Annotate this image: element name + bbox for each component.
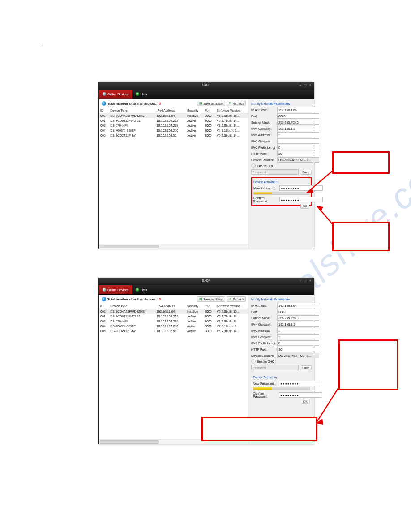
- svg-marker-3: [317, 206, 323, 212]
- dhcp-checkbox[interactable]: Enable DHC: [251, 163, 312, 168]
- col-security[interactable]: Security: [186, 304, 203, 309]
- scroll-thumb[interactable]: [100, 440, 159, 444]
- window-title: SADP: [202, 83, 210, 86]
- http-port-field[interactable]: [277, 151, 319, 156]
- close-icon[interactable]: ×: [308, 83, 312, 87]
- table-row[interactable]: 003DS-2CD4A35FWD-IZHS192.168.1.64Inactiv…: [99, 309, 248, 314]
- radio-icon: [251, 359, 256, 364]
- password-strength-bar: [253, 192, 309, 195]
- table-row[interactable]: 005DS-2CD2412F-IW10.102.102.53Active8000…: [99, 329, 248, 334]
- count-label: Total number of online devices:: [107, 297, 157, 301]
- activation-title: Device Activation: [253, 180, 309, 184]
- col-ip[interactable]: IPv4 Address: [155, 108, 186, 113]
- tab-help[interactable]: ?Help: [132, 90, 150, 99]
- arrow-lines: [0, 0, 411, 532]
- network-params-pane: Modify Network Parameters IP Address: Po…: [249, 99, 314, 249]
- table-row[interactable]: 001DS-2CD6412FWD-1110.102.102.252Active8…: [99, 118, 248, 123]
- table-row[interactable]: 002DS-6704HFI10.102.102.209Active8000V1.…: [99, 319, 248, 324]
- mask-field[interactable]: [277, 120, 319, 125]
- panel-title: Modify Network Parameters: [251, 298, 312, 301]
- count-bar: i Total number of online devices: 5 ▤Sav…: [99, 99, 248, 108]
- count-bar: i Total number of online devices: 5 ▤Sav…: [99, 295, 248, 304]
- port-field[interactable]: [277, 113, 319, 119]
- refresh-button[interactable]: ⟳Refresh: [227, 296, 246, 302]
- col-ip[interactable]: IPv4 Address: [155, 304, 186, 309]
- help-icon: ?: [136, 288, 139, 292]
- maximize-icon[interactable]: ◻: [304, 279, 307, 283]
- ok-button[interactable]: OK: [300, 204, 309, 209]
- ip-field[interactable]: [277, 303, 319, 308]
- tab-help[interactable]: ?Help: [132, 285, 150, 294]
- window-title: SADP: [202, 279, 210, 282]
- device-list-pane: i Total number of online devices: 5 ▤Sav…: [99, 99, 249, 249]
- tab-online-devices[interactable]: Online Devices: [99, 285, 132, 294]
- prefix-field[interactable]: [277, 340, 319, 346]
- scroll-thumb[interactable]: [100, 245, 159, 248]
- refresh-button[interactable]: ⟳Refresh: [227, 101, 246, 106]
- new-password-field[interactable]: [279, 381, 322, 386]
- maximize-icon[interactable]: ◻: [304, 83, 307, 87]
- gateway-field[interactable]: [277, 322, 319, 327]
- save-button[interactable]: Save: [300, 170, 312, 175]
- close-icon[interactable]: ×: [308, 279, 312, 283]
- dhcp-checkbox[interactable]: Enable DHC: [251, 359, 312, 364]
- panel-title: Modify Network Parameters: [251, 102, 312, 105]
- col-id[interactable]: ID: [99, 108, 109, 113]
- ip-field[interactable]: [277, 107, 319, 112]
- confirm-password-field[interactable]: [279, 197, 323, 202]
- ipv6-gateway-field[interactable]: [277, 138, 319, 144]
- activation-title: Device Activation: [253, 376, 310, 379]
- horizontal-scrollbar[interactable]: [99, 244, 248, 249]
- confirm-password-field[interactable]: [279, 392, 322, 398]
- tab-online-devices[interactable]: Online Devices: [99, 90, 132, 99]
- table-row[interactable]: 003DS-2CD4A35FWD-IZHS192.168.1.64Inactiv…: [99, 113, 248, 119]
- serial-field: [277, 353, 319, 358]
- globe-icon: [103, 288, 106, 292]
- tab-bar: Online Devices ?Help: [99, 90, 314, 99]
- mask-field[interactable]: [277, 315, 319, 321]
- svg-line-2: [317, 206, 332, 224]
- minimize-icon[interactable]: –: [299, 279, 302, 283]
- refresh-icon: ⟳: [229, 297, 231, 301]
- col-port[interactable]: Port: [203, 108, 215, 113]
- ipv6-gateway-field[interactable]: [277, 334, 319, 339]
- col-type[interactable]: Device Type: [109, 304, 155, 309]
- title-bar: SADP – ◻ ×: [99, 278, 314, 285]
- save-excel-button[interactable]: ▤Save as Excel: [197, 101, 225, 106]
- minimize-icon[interactable]: –: [299, 83, 302, 87]
- port-field[interactable]: [277, 309, 319, 314]
- ipv6-field[interactable]: [277, 328, 319, 333]
- table-row[interactable]: 004DS-7608NI-SE/8P10.102.102.210Active80…: [99, 128, 248, 133]
- ok-button[interactable]: OK: [301, 399, 310, 404]
- radio-icon: [251, 163, 256, 168]
- col-software[interactable]: Software Version: [215, 304, 248, 309]
- http-port-field[interactable]: [277, 347, 319, 352]
- password-field[interactable]: [251, 169, 299, 175]
- refresh-icon: ⟳: [229, 102, 231, 105]
- gateway-field[interactable]: [277, 126, 319, 131]
- col-security[interactable]: Security: [186, 108, 203, 113]
- prefix-field[interactable]: [277, 145, 319, 150]
- info-icon: i: [102, 297, 106, 301]
- device-count: 5: [159, 297, 161, 301]
- info-icon: i: [102, 101, 106, 106]
- table-row[interactable]: 005DS-2CD2412F-IW10.102.102.53Active8000…: [99, 133, 248, 138]
- serial-field: [277, 157, 319, 163]
- col-type[interactable]: Device Type: [109, 108, 155, 113]
- callout-box: [332, 222, 390, 251]
- ipv6-field[interactable]: [277, 132, 319, 137]
- save-excel-button[interactable]: ▤Save as Excel: [197, 296, 225, 302]
- device-table: ID Device Type IPv4 Address Security Por…: [99, 108, 248, 138]
- count-label: Total number of online devices:: [107, 102, 157, 106]
- table-row[interactable]: 002DS-6704HFI10.102.102.209Active8000V1.…: [99, 123, 248, 128]
- table-row[interactable]: 001DS-2CD6412FWD-1110.102.102.252Active8…: [99, 314, 248, 319]
- device-activation-section: Device Activation New Password: Confirm …: [251, 373, 312, 401]
- tab-bar: Online Devices ?Help: [99, 285, 314, 295]
- col-id[interactable]: ID: [99, 304, 109, 309]
- col-port[interactable]: Port: [203, 304, 215, 309]
- col-software[interactable]: Software Version: [215, 108, 248, 113]
- password-field[interactable]: [251, 365, 299, 370]
- table-row[interactable]: 004DS-7608NI-SE/8P10.102.102.210Active80…: [99, 324, 248, 329]
- new-password-field[interactable]: [279, 185, 323, 191]
- save-button[interactable]: Save: [300, 365, 312, 370]
